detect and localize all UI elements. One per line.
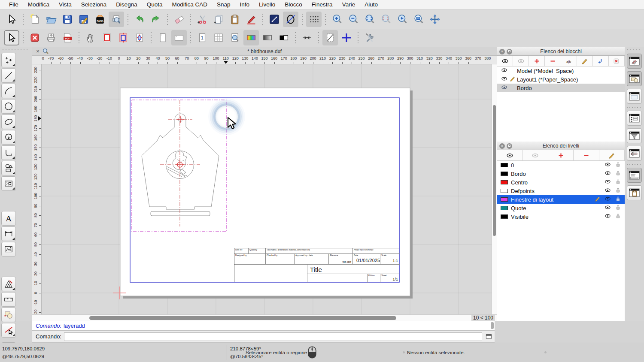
layer-lock-toggle[interactable] <box>615 204 621 212</box>
layer-row-defpoints[interactable]: Defpoints <box>497 187 625 195</box>
menu-item-seleziona[interactable]: Seleziona <box>76 0 111 9</box>
grid-toggle-button[interactable] <box>306 12 322 27</box>
grayscale-button[interactable] <box>260 30 275 45</box>
command-line-panel-toggle[interactable] <box>627 168 642 183</box>
image-tool-button[interactable] <box>1 242 16 256</box>
draft-mode-button[interactable] <box>322 30 338 45</box>
pan-hand-button[interactable] <box>83 30 98 45</box>
block-list-panel-toggle[interactable] <box>627 54 642 69</box>
fit-drawing-to-page-button[interactable] <box>132 30 147 45</box>
pdf-export-button[interactable]: PDF <box>60 30 75 45</box>
layer-visibility-toggle[interactable] <box>605 187 611 195</box>
menu-item-quota[interactable]: Quota <box>142 0 167 9</box>
menu-item-livello[interactable]: Livello <box>254 0 280 9</box>
full-color-button[interactable] <box>243 30 259 45</box>
layer-lock-toggle[interactable] <box>615 196 621 203</box>
insert-block-button[interactable] <box>593 56 609 66</box>
layer-row-quote[interactable]: Quote <box>497 204 625 212</box>
show-all-blocks-button[interactable] <box>497 56 513 66</box>
zoom-previous-button[interactable] <box>395 12 410 27</box>
menu-item-finestra[interactable]: Finestra <box>307 0 337 9</box>
close-panel-button[interactable]: × <box>499 143 505 149</box>
layer-row-centro[interactable]: Centro <box>497 178 625 187</box>
arc-tool-button[interactable] <box>1 84 16 98</box>
zoom-auto-button[interactable] <box>362 12 377 27</box>
layer-visibility-toggle[interactable] <box>605 170 611 178</box>
auto-fit-page-button[interactable] <box>227 30 243 45</box>
menu-item-blocco[interactable]: Blocco <box>280 0 307 9</box>
edit-layer-button[interactable] <box>599 150 625 160</box>
svg-export-button[interactable]: SVG <box>92 12 108 27</box>
block-row-model-model-space[interactable]: Model (*Model_Space) <box>497 66 625 75</box>
print-button[interactable] <box>43 30 59 45</box>
pan-button[interactable] <box>427 12 443 27</box>
clipboard-panel-toggle[interactable] <box>627 185 642 200</box>
layer-row-finestre-di-layout[interactable]: Finestre di layout <box>497 195 625 204</box>
edit-block-button[interactable] <box>577 56 593 66</box>
close-drawing-button[interactable] <box>27 30 43 45</box>
undo-button[interactable] <box>132 12 147 27</box>
portrait-button[interactable] <box>155 30 170 45</box>
shape-tool-button[interactable] <box>1 161 16 175</box>
menu-item-vista[interactable]: Vista <box>54 0 76 9</box>
palette-drag-handle[interactable] <box>3 48 30 51</box>
line-tool-button[interactable] <box>1 68 16 83</box>
drawing-canvas[interactable]: Item ref Quantity Title/Name, destinatio… <box>42 64 492 314</box>
save-button[interactable] <box>60 12 75 27</box>
page-border-button[interactable] <box>99 30 115 45</box>
layer-visibility-toggle[interactable] <box>605 213 611 220</box>
block-row-bordo[interactable]: Bordo <box>497 84 625 92</box>
menu-item-modifica[interactable]: Modifica <box>23 0 54 9</box>
new-file-button[interactable] <box>27 12 43 27</box>
menu-item-file[interactable]: File <box>4 0 23 9</box>
polyline-tool-button[interactable] <box>1 145 16 160</box>
layer-lock-toggle[interactable] <box>615 187 621 195</box>
detach-panel-button[interactable] <box>507 49 512 54</box>
close-panel-button[interactable]: × <box>499 49 505 54</box>
history-scrollbar-thumb[interactable] <box>491 322 494 329</box>
layer-lock-toggle[interactable] <box>615 178 621 186</box>
selection-filter-toggle[interactable] <box>627 128 642 143</box>
menu-item-modifica-cad[interactable]: Modifica CAD <box>167 0 212 9</box>
flatten-button[interactable] <box>299 30 315 45</box>
add-block-button[interactable] <box>529 56 545 66</box>
layer-edit-icon[interactable] <box>594 196 601 203</box>
layer-lock-toggle[interactable] <box>615 170 621 178</box>
menu-item-snap[interactable]: Snap <box>212 0 235 9</box>
remove-layer-button[interactable] <box>574 150 599 160</box>
menu-item-aiuto[interactable]: Aiuto <box>360 0 383 9</box>
zoom-selection-button[interactable] <box>378 12 394 27</box>
command-history[interactable]: Comando:layeradd <box>32 321 495 331</box>
save-as-button[interactable] <box>76 12 91 27</box>
ellipse-tool-button[interactable] <box>1 115 16 129</box>
delete-button[interactable] <box>171 12 187 27</box>
layer-lock-toggle[interactable] <box>615 213 621 220</box>
zoom-window-button[interactable] <box>411 12 426 27</box>
layer-lock-toggle[interactable] <box>615 161 621 169</box>
layer-visibility-toggle[interactable] <box>605 204 611 212</box>
layer-row-bordo[interactable]: Bordo <box>497 169 625 178</box>
purge-block-button[interactable] <box>609 56 625 66</box>
preview-panel-toggle[interactable] <box>627 89 642 104</box>
layer-visibility-toggle[interactable] <box>605 161 611 169</box>
menu-item-disegna[interactable]: Disegna <box>111 0 142 9</box>
trim-tool-button[interactable] <box>1 323 16 338</box>
layer-visibility-toggle[interactable] <box>605 196 611 203</box>
library-browser-toggle[interactable] <box>627 71 642 86</box>
copy-button[interactable] <box>211 12 226 27</box>
modify-tool-button[interactable] <box>1 277 16 291</box>
black-white-button[interactable] <box>276 30 292 45</box>
layer-visibility-toggle[interactable] <box>605 178 611 186</box>
layout-pointer-button[interactable] <box>4 30 19 45</box>
hatch-tool-button[interactable] <box>1 176 16 191</box>
print-preview-button[interactable] <box>109 12 124 27</box>
edit-button[interactable] <box>243 12 259 27</box>
zoom-out-button[interactable] <box>346 12 361 27</box>
rename-block-button[interactable]: a|b <box>561 56 577 66</box>
layer-row-visibile[interactable]: Visibile <box>497 212 625 221</box>
redo-button[interactable] <box>148 12 164 27</box>
spline-tool-button[interactable] <box>1 130 16 145</box>
lineweight-button[interactable] <box>267 12 282 27</box>
point-tool-button[interactable] <box>1 53 16 67</box>
history-scrollbar[interactable] <box>491 322 494 330</box>
